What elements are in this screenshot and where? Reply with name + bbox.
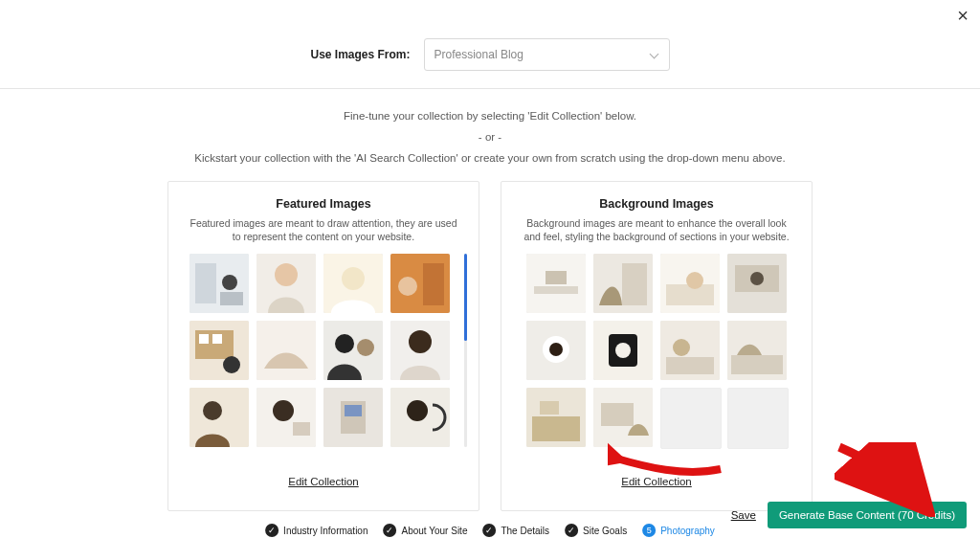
svg-rect-34	[546, 271, 567, 284]
background-thumb[interactable]	[593, 254, 653, 313]
svg-rect-2	[220, 292, 243, 305]
svg-rect-33	[534, 286, 578, 294]
generate-base-content-button[interactable]: Generate Base Content (70 Credits)	[768, 502, 967, 528]
svg-point-39	[686, 272, 703, 289]
svg-rect-16	[256, 321, 316, 380]
step-label: Industry Information	[283, 526, 368, 536]
check-icon	[265, 524, 278, 537]
background-thumb[interactable]	[727, 254, 787, 313]
featured-thumb[interactable]	[256, 321, 316, 380]
use-images-label: Use Images From:	[310, 48, 410, 61]
background-thumb[interactable]	[593, 388, 653, 447]
background-thumb[interactable]	[660, 321, 720, 380]
featured-thumb[interactable]	[390, 254, 450, 313]
image-source-row: Use Images From: Professional Blog	[0, 0, 980, 89]
svg-rect-29	[345, 405, 362, 416]
svg-point-23	[203, 401, 222, 420]
featured-images-panel: Featured Images Featured images are mean…	[167, 181, 479, 510]
intro-or: - or -	[0, 123, 980, 150]
background-edit-collection-link[interactable]: Edit Collection	[621, 476, 692, 487]
step-photography[interactable]: 5 Photography	[642, 524, 715, 537]
svg-rect-1	[195, 263, 216, 303]
svg-point-25	[273, 400, 294, 421]
featured-thumb[interactable]	[390, 388, 450, 447]
step-number-icon: 5	[642, 524, 656, 537]
footer-actions: Save Generate Base Content (70 Credits)	[731, 502, 967, 528]
step-label: The Details	[501, 526, 549, 536]
svg-rect-26	[293, 422, 310, 436]
featured-thumb[interactable]	[256, 388, 316, 447]
svg-point-15	[223, 356, 240, 373]
featured-thumb[interactable]	[390, 321, 450, 380]
featured-thumb[interactable]	[323, 321, 383, 380]
background-thumb[interactable]	[660, 254, 720, 313]
background-thumb[interactable]	[727, 321, 787, 380]
svg-point-5	[275, 263, 298, 286]
featured-thumb[interactable]	[323, 388, 383, 447]
background-thumb-empty[interactable]	[727, 388, 789, 449]
featured-thumb[interactable]	[323, 254, 383, 313]
svg-point-7	[342, 267, 365, 290]
svg-rect-56	[540, 401, 559, 415]
svg-point-45	[549, 343, 563, 356]
background-thumb[interactable]	[593, 321, 653, 380]
svg-rect-53	[731, 355, 783, 374]
chevron-down-icon	[650, 50, 659, 59]
svg-point-31	[407, 400, 428, 421]
step-site-goals[interactable]: Site Goals	[565, 524, 627, 537]
background-title: Background Images	[513, 197, 800, 211]
wizard-steps: Industry Information About Your Site The…	[265, 524, 715, 537]
featured-thumb[interactable]	[256, 254, 316, 313]
svg-rect-13	[199, 334, 209, 344]
svg-point-19	[357, 339, 374, 356]
svg-point-21	[409, 330, 432, 353]
step-about-your-site[interactable]: About Your Site	[383, 524, 467, 537]
svg-rect-50	[666, 357, 714, 374]
featured-grid	[180, 254, 458, 447]
featured-scrollbar-thumb[interactable]	[464, 254, 467, 341]
check-icon	[383, 524, 396, 537]
svg-point-48	[615, 343, 631, 358]
step-industry-information[interactable]: Industry Information	[265, 524, 368, 537]
featured-scrollbar[interactable]	[464, 254, 467, 447]
intro-line-2: Kickstart your collection with the 'AI S…	[0, 150, 980, 166]
featured-thumb[interactable]	[189, 254, 249, 313]
featured-edit-collection-link[interactable]: Edit Collection	[288, 476, 359, 487]
check-icon	[482, 524, 496, 537]
svg-rect-36	[622, 263, 647, 305]
check-icon	[565, 524, 578, 537]
step-label: About Your Site	[401, 526, 467, 536]
background-thumb-empty[interactable]	[660, 388, 722, 449]
svg-point-3	[222, 275, 237, 290]
intro-text: Fine-tune your collection by selecting '…	[0, 89, 980, 173]
background-grid	[513, 254, 800, 447]
background-thumb[interactable]	[526, 254, 586, 313]
step-label: Photography	[660, 526, 715, 536]
background-thumb[interactable]	[526, 388, 586, 447]
svg-point-10	[398, 277, 417, 296]
collections-panels: Featured Images Featured images are mean…	[0, 173, 980, 510]
featured-thumb[interactable]	[189, 321, 249, 380]
image-source-select[interactable]: Professional Blog	[424, 38, 670, 71]
featured-desc: Featured images are meant to draw attent…	[180, 211, 467, 253]
background-images-panel: Background Images Background images are …	[501, 181, 813, 510]
svg-rect-14	[212, 334, 222, 344]
step-label: Site Goals	[583, 526, 627, 536]
background-desc: Background images are meant to enhance t…	[513, 211, 800, 253]
svg-rect-9	[423, 263, 444, 305]
svg-point-42	[750, 272, 764, 285]
image-source-value: Professional Blog	[434, 48, 523, 61]
featured-thumb[interactable]	[189, 388, 249, 447]
svg-rect-55	[532, 416, 580, 441]
svg-rect-58	[601, 403, 634, 426]
featured-title: Featured Images	[180, 197, 467, 211]
svg-point-51	[673, 339, 690, 356]
background-thumb[interactable]	[526, 321, 586, 380]
step-the-details[interactable]: The Details	[482, 524, 549, 537]
intro-line-1: Fine-tune your collection by selecting '…	[0, 108, 980, 123]
save-link[interactable]: Save	[731, 509, 756, 521]
svg-point-18	[335, 334, 354, 353]
close-icon[interactable]: ×	[957, 6, 969, 25]
